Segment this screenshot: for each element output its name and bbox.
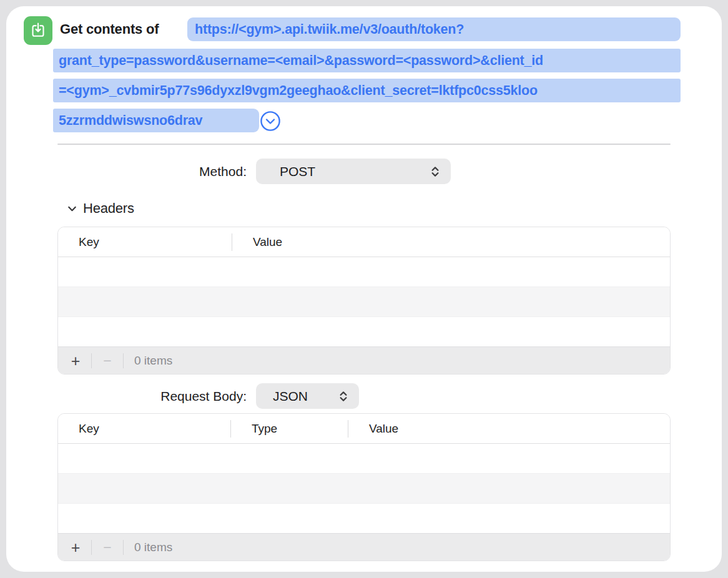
footer-separator xyxy=(123,353,124,368)
footer-separator xyxy=(123,540,124,555)
expand-collapse-button[interactable] xyxy=(260,110,281,132)
add-body-field-button[interactable]: + xyxy=(67,539,84,556)
column-header-key: Key xyxy=(58,235,232,249)
add-header-button[interactable]: + xyxy=(67,352,84,370)
empty-table-row xyxy=(58,317,670,347)
chevron-down-circle-icon xyxy=(260,110,281,132)
empty-table-row xyxy=(58,444,670,474)
action-title: Get contents of xyxy=(60,17,159,41)
headers-section-label: Headers xyxy=(83,200,134,217)
headers-table-header-row: Key Value xyxy=(58,227,670,257)
method-label: Method: xyxy=(6,159,247,184)
section-divider xyxy=(57,144,671,145)
empty-table-row xyxy=(58,287,670,317)
remove-header-button[interactable]: − xyxy=(99,352,116,370)
empty-table-row xyxy=(58,504,670,534)
chevron-up-down-icon xyxy=(337,389,350,403)
footer-separator xyxy=(91,353,92,368)
request-body-table: Key Type Value + − 0 items xyxy=(57,413,671,561)
method-selected-value: POST xyxy=(280,164,428,179)
get-contents-action-card: Get contents of https://<gym>.api.twiik.… xyxy=(6,6,722,572)
remove-body-field-button[interactable]: − xyxy=(99,539,116,556)
url-field-line-2[interactable]: grant_type=password&username=<email>&pas… xyxy=(53,49,681,72)
request-body-table-footer: + − 0 items xyxy=(58,534,670,561)
column-header-key: Key xyxy=(58,422,230,436)
url-field-line-3[interactable]: =<gym>_cvbmir5p77s96dyxzl9vgm2geeghao&cl… xyxy=(53,79,681,102)
url-field-line-4[interactable]: 5zzrmddwiswsno6drav xyxy=(53,109,259,132)
headers-disclosure[interactable]: Headers xyxy=(66,198,134,218)
request-body-selected-value: JSON xyxy=(273,389,337,404)
download-tray-icon xyxy=(24,16,52,45)
url-field-line-1[interactable]: https://<gym>.api.twiik.me/v3/oauth/toke… xyxy=(187,17,681,41)
method-dropdown[interactable]: POST xyxy=(256,159,451,184)
headers-table-footer: + − 0 items xyxy=(58,347,670,374)
footer-separator xyxy=(91,540,92,555)
column-header-type: Type xyxy=(231,422,348,436)
request-body-label: Request Body: xyxy=(6,383,247,409)
column-header-value: Value xyxy=(232,235,670,249)
column-header-value: Value xyxy=(348,422,670,436)
chevron-down-icon xyxy=(66,203,78,215)
empty-table-row xyxy=(58,257,670,287)
empty-table-row xyxy=(58,474,670,504)
chevron-up-down-icon xyxy=(428,165,442,179)
body-items-count: 0 items xyxy=(134,541,172,554)
headers-items-count: 0 items xyxy=(134,354,172,368)
request-body-type-dropdown[interactable]: JSON xyxy=(256,383,359,409)
headers-table: Key Value + − 0 items xyxy=(57,227,671,375)
request-body-table-header-row: Key Type Value xyxy=(58,414,670,444)
